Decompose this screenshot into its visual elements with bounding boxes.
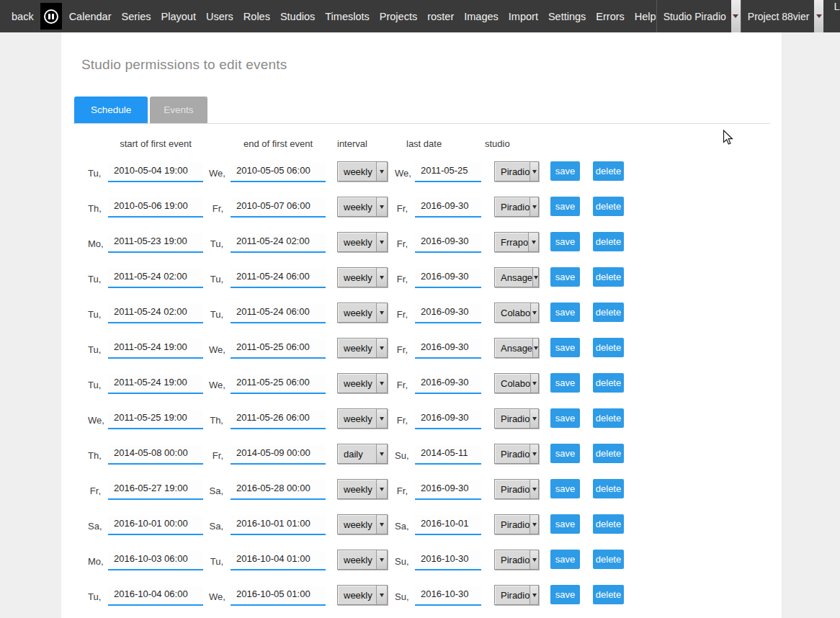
studio-select[interactable]: Piradio — [494, 444, 539, 464]
interval-select[interactable]: weekly — [337, 232, 388, 252]
last-date-input[interactable] — [415, 233, 481, 253]
interval-select[interactable]: weekly — [337, 479, 388, 499]
studio-dropdown[interactable]: Studio Piradio — [656, 0, 741, 32]
end-datetime-input[interactable] — [231, 516, 326, 535]
studio-select-arrow-icon[interactable] — [530, 480, 538, 498]
interval-select[interactable]: weekly — [337, 303, 388, 323]
interval-select-arrow-icon[interactable] — [376, 268, 387, 287]
interval-select[interactable]: daily — [337, 444, 388, 464]
nav-back-link[interactable]: back — [12, 11, 34, 22]
start-datetime-input[interactable] — [108, 163, 203, 182]
nav-item-users[interactable]: Users — [206, 11, 233, 22]
tab-schedule[interactable]: Schedule — [74, 97, 148, 123]
end-datetime-input[interactable] — [231, 375, 326, 394]
interval-select[interactable]: weekly — [337, 161, 388, 182]
interval-select[interactable]: weekly — [337, 267, 388, 287]
save-button[interactable]: save — [550, 232, 580, 251]
studio-select[interactable]: Ansage — [494, 338, 539, 358]
interval-select-arrow-icon[interactable] — [376, 374, 387, 393]
studio-select-arrow-icon[interactable] — [530, 515, 538, 534]
save-button[interactable]: save — [550, 479, 580, 498]
save-button[interactable]: save — [550, 267, 580, 287]
start-datetime-input[interactable] — [108, 445, 203, 465]
delete-button[interactable]: delete — [593, 338, 624, 357]
end-datetime-input[interactable] — [231, 551, 326, 570]
end-datetime-input[interactable] — [231, 198, 326, 218]
last-date-input[interactable] — [415, 516, 481, 535]
interval-select[interactable]: weekly — [337, 585, 388, 605]
interval-select[interactable]: weekly — [337, 408, 388, 429]
interval-select-arrow-icon[interactable] — [376, 339, 387, 357]
interval-select-arrow-icon[interactable] — [376, 197, 387, 216]
interval-select[interactable]: weekly — [337, 550, 388, 570]
studio-select-arrow-icon[interactable] — [532, 268, 538, 287]
studio-select-arrow-icon[interactable] — [530, 162, 538, 181]
start-datetime-input[interactable] — [108, 480, 203, 500]
nav-item-images[interactable]: Images — [464, 11, 499, 22]
interval-select-arrow-icon[interactable] — [376, 586, 387, 604]
studio-select-arrow-icon[interactable] — [530, 550, 538, 569]
studio-select-arrow-icon[interactable] — [530, 374, 538, 393]
delete-button[interactable]: delete — [593, 550, 624, 569]
end-datetime-input[interactable] — [231, 163, 326, 182]
save-button[interactable]: save — [550, 373, 580, 393]
studio-select-arrow-icon[interactable] — [530, 586, 538, 604]
studio-dropdown-arrow-icon[interactable] — [731, 0, 741, 32]
delete-button[interactable]: delete — [593, 232, 624, 251]
last-date-input[interactable] — [415, 339, 481, 359]
nav-item-errors[interactable]: Errors — [596, 11, 624, 22]
interval-select-arrow-icon[interactable] — [376, 480, 387, 498]
delete-button[interactable]: delete — [593, 479, 624, 498]
end-datetime-input[interactable] — [231, 304, 326, 323]
nav-item-roster[interactable]: roster — [427, 11, 454, 22]
studio-select[interactable]: Piradio — [494, 197, 539, 217]
start-datetime-input[interactable] — [108, 375, 203, 394]
delete-button[interactable]: delete — [593, 161, 624, 181]
nav-item-timeslots[interactable]: Timeslots — [325, 11, 370, 22]
last-date-input[interactable] — [415, 480, 481, 500]
interval-select-arrow-icon[interactable] — [376, 162, 387, 181]
last-date-input[interactable] — [415, 586, 481, 606]
studio-select[interactable]: Piradio — [494, 550, 539, 570]
save-button[interactable]: save — [550, 303, 580, 322]
save-button[interactable]: save — [550, 550, 580, 569]
save-button[interactable]: save — [550, 444, 580, 463]
last-date-input[interactable] — [415, 304, 481, 323]
nav-item-roles[interactable]: Roles — [243, 11, 270, 22]
studio-select[interactable]: Piradio — [494, 479, 539, 499]
end-datetime-input[interactable] — [231, 410, 326, 429]
delete-button[interactable]: delete — [593, 267, 624, 287]
studio-select[interactable]: Ansage — [494, 267, 539, 287]
start-datetime-input[interactable] — [108, 304, 203, 323]
nav-item-series[interactable]: Series — [121, 11, 151, 22]
interval-select[interactable]: weekly — [337, 514, 388, 534]
studio-select[interactable]: Piradio — [494, 585, 539, 605]
save-button[interactable]: save — [550, 338, 580, 357]
studio-select-arrow-icon[interactable] — [530, 303, 538, 322]
save-button[interactable]: save — [550, 585, 580, 604]
studio-select[interactable]: Piradio — [494, 514, 539, 534]
start-datetime-input[interactable] — [108, 339, 203, 359]
interval-select-arrow-icon[interactable] — [376, 409, 387, 428]
app-logo[interactable] — [40, 3, 62, 30]
nav-item-studios[interactable]: Studios — [280, 11, 315, 22]
studio-select-arrow-icon[interactable] — [530, 409, 538, 428]
last-date-input[interactable] — [415, 198, 481, 218]
delete-button[interactable]: delete — [593, 303, 624, 322]
studio-select-arrow-icon[interactable] — [530, 197, 538, 216]
end-datetime-input[interactable] — [231, 339, 326, 359]
save-button[interactable]: save — [550, 514, 580, 534]
studio-select[interactable]: Colabo — [494, 303, 539, 323]
last-date-input[interactable] — [415, 551, 481, 570]
last-date-input[interactable] — [415, 269, 481, 288]
end-datetime-input[interactable] — [231, 269, 326, 288]
studio-select[interactable]: Frrapo — [494, 232, 539, 252]
start-datetime-input[interactable] — [108, 233, 203, 253]
delete-button[interactable]: delete — [593, 444, 624, 463]
start-datetime-input[interactable] — [108, 551, 203, 570]
studio-select-arrow-icon[interactable] — [530, 444, 538, 463]
interval-select-arrow-icon[interactable] — [376, 233, 387, 251]
delete-button[interactable]: delete — [593, 585, 624, 604]
start-datetime-input[interactable] — [108, 410, 203, 429]
delete-button[interactable]: delete — [593, 408, 624, 428]
